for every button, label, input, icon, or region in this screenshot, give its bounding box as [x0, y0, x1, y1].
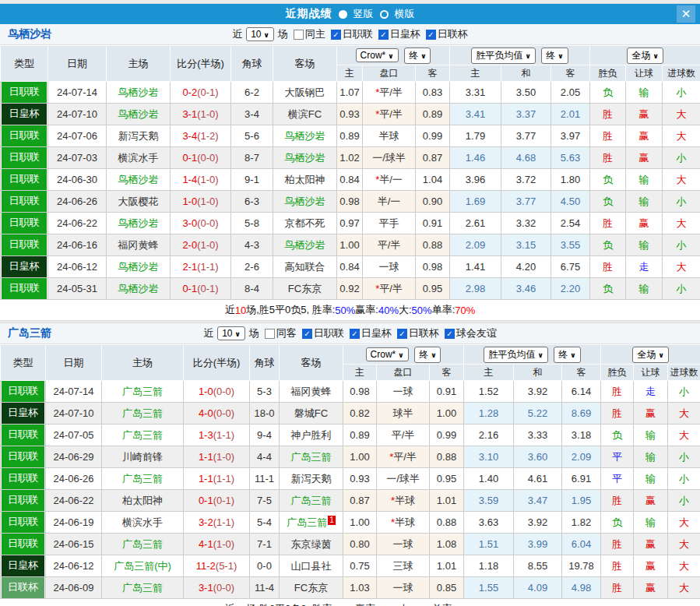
away-team[interactable]: 福冈黄蜂: [280, 381, 343, 403]
avg-stage-select[interactable]: 终∨: [541, 48, 568, 64]
home-team[interactable]: 横滨水手: [107, 147, 171, 169]
avg-away: 6.14: [562, 381, 601, 403]
match-row: 日职联24-07-14广岛三箭1-0(0-0)5-3福冈黄蜂0.98一球0.91…: [1, 381, 700, 403]
result-handicap: 赢: [626, 125, 663, 147]
odds-home: 0.98: [343, 381, 377, 403]
home-team[interactable]: 鸟栖沙岩: [107, 256, 171, 278]
bookmaker-select[interactable]: Crow*∨: [356, 48, 399, 62]
portrait-radio[interactable]: [339, 10, 347, 19]
comp-checkbox-league-cup[interactable]: ✓日联杯: [397, 326, 439, 340]
result-goals: 大: [663, 104, 700, 125]
result-handicap: 输: [626, 191, 663, 213]
landscape-radio-label[interactable]: 横版: [395, 7, 415, 21]
home-team[interactable]: 鸟栖沙岩: [107, 213, 171, 234]
result-handicap: 走: [634, 381, 668, 403]
team2-name[interactable]: 广岛三箭: [8, 326, 51, 340]
fulltime-select[interactable]: 全场∨: [632, 347, 668, 363]
away-team[interactable]: 广岛三箭: [280, 446, 343, 468]
chevron-down-icon: ∨: [235, 330, 241, 338]
comp-checkbox-league-cup[interactable]: ✓日联杯: [426, 27, 468, 41]
comp-checkbox-emperor-cup[interactable]: ✓日皇杯: [378, 27, 420, 41]
fulltime-select[interactable]: 全场∨: [627, 48, 663, 64]
away-team[interactable]: 山口县社: [280, 555, 343, 577]
home-team[interactable]: 广岛三箭: [102, 403, 184, 425]
competition-badge: 日职联: [1, 468, 46, 490]
away-team[interactable]: 大阪钢巴: [273, 82, 337, 104]
match-row: 日职联24-06-16福冈黄蜂2-0(1-0)4-3鸟栖沙岩1.00平/半0.8…: [1, 234, 700, 256]
same-home-checkbox[interactable]: 同主: [294, 27, 325, 41]
col-avg-home: 主: [464, 365, 514, 381]
home-team[interactable]: 广岛三箭: [102, 468, 184, 490]
home-team[interactable]: 横滨水手: [102, 512, 184, 534]
away-team[interactable]: 高知联合: [273, 256, 337, 278]
bookmaker-select[interactable]: Crow*∨: [366, 347, 409, 361]
away-team[interactable]: 磐城FC: [280, 403, 343, 425]
comp-checkbox-friendly[interactable]: ✓球会友谊: [445, 326, 497, 340]
same-away-checkbox[interactable]: 同客: [265, 326, 297, 340]
home-team[interactable]: 鸟栖沙岩: [107, 169, 171, 191]
avg-select[interactable]: 胜平负均值∨: [471, 48, 535, 64]
result-handicap: 赢: [634, 490, 668, 512]
match-row: 日皇杯24-07-10广岛三箭4-0(0-0)18-0磐城FC0.82球半1.0…: [1, 403, 700, 425]
handicap: 一球: [377, 534, 430, 555]
competition-badge: 日职联: [1, 213, 48, 234]
away-team[interactable]: 横滨FC: [273, 104, 337, 125]
team1-name[interactable]: 鸟栖沙岩: [8, 27, 51, 41]
home-team[interactable]: 柏太阳神: [102, 490, 184, 512]
home-team[interactable]: 福冈黄蜂: [107, 234, 171, 256]
avg-away: 2.09: [562, 446, 601, 468]
close-icon[interactable]: ✕: [677, 5, 695, 23]
avg-home: 3.10: [464, 446, 514, 468]
corner-score: 3-4: [231, 104, 273, 125]
competition-badge: 日职联: [1, 234, 48, 256]
home-team[interactable]: 鸟栖沙岩: [107, 278, 171, 300]
away-team[interactable]: 神户胜利: [280, 425, 343, 446]
home-team[interactable]: 广岛三箭(中): [102, 555, 184, 577]
corner-score: 2-6: [231, 256, 273, 278]
odds-stage-select[interactable]: 终∨: [404, 48, 431, 64]
avg-away: 3.97: [551, 125, 590, 147]
home-team[interactable]: 广岛三箭: [102, 381, 184, 403]
odds-stage-select[interactable]: 终∨: [414, 347, 441, 363]
landscape-radio[interactable]: [380, 10, 389, 19]
away-team[interactable]: 新泻天鹅: [280, 468, 343, 490]
away-team[interactable]: 鸟栖沙岩: [273, 125, 337, 147]
portrait-radio-label[interactable]: 竖版: [354, 7, 374, 21]
home-team[interactable]: 新泻天鹅: [107, 125, 171, 147]
comp-checkbox-emperor-cup[interactable]: ✓日皇杯: [350, 326, 392, 340]
comp-checkbox-jleague[interactable]: ✓日职联: [331, 27, 373, 41]
avg-draw: 3.92: [514, 512, 562, 534]
away-team[interactable]: FC东京: [273, 278, 337, 300]
home-team[interactable]: 广岛三箭: [102, 425, 184, 446]
away-team[interactable]: 鸟栖沙岩: [273, 234, 337, 256]
avg-away: 1.80: [551, 169, 590, 191]
home-team[interactable]: 鸟栖沙岩: [107, 82, 171, 104]
away-team[interactable]: 鸟栖沙岩: [273, 191, 337, 213]
away-team[interactable]: 东京绿茵: [280, 534, 343, 555]
comp-checkbox-jleague[interactable]: ✓日职联: [302, 326, 344, 340]
result-handicap: 输: [626, 234, 663, 256]
away-team[interactable]: 柏太阳神: [273, 169, 337, 191]
avg-away: 6.91: [562, 468, 601, 490]
match-count-select[interactable]: 10∨: [217, 326, 245, 340]
match-date: 24-06-09: [46, 577, 102, 599]
handicap: 平手: [363, 213, 416, 234]
col-result-goals: 进球数: [668, 365, 700, 381]
home-team[interactable]: 川崎前锋: [102, 446, 184, 468]
match-count-select[interactable]: 10∨: [246, 27, 274, 41]
away-team[interactable]: 京都不死: [273, 213, 337, 234]
away-team[interactable]: FC东京: [280, 577, 343, 599]
avg-stage-select[interactable]: 终∨: [554, 347, 580, 363]
odds-home: 0.89: [343, 425, 377, 446]
avg-select[interactable]: 胜平负均值∨: [484, 347, 547, 363]
summary-part: 大:: [399, 602, 412, 606]
away-team[interactable]: 广岛三箭: [280, 490, 343, 512]
home-team[interactable]: 鸟栖沙岩: [107, 104, 171, 125]
home-team[interactable]: 广岛三箭: [102, 534, 184, 555]
result-goals: 大: [668, 555, 700, 577]
result-goals: 大: [668, 403, 700, 425]
away-team[interactable]: 鸟栖沙岩: [273, 147, 337, 169]
home-team[interactable]: 广岛三箭: [102, 577, 184, 599]
home-team[interactable]: 大阪樱花: [107, 191, 171, 213]
away-team[interactable]: 广岛三箭1: [280, 512, 343, 534]
